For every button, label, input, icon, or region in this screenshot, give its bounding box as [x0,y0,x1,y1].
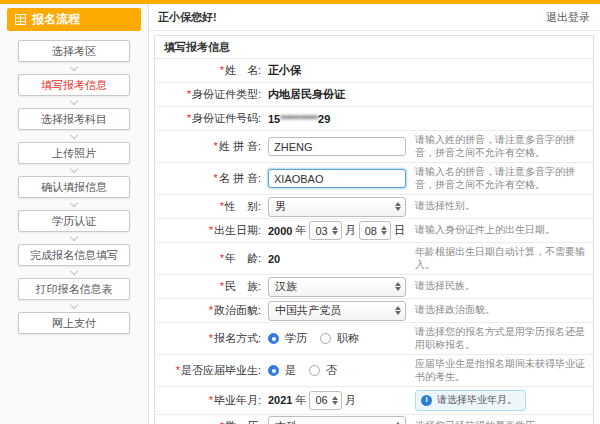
step-connector [71,300,77,312]
ethnicity-label: *民 族: [155,279,261,294]
year-unit: 年 [295,223,306,238]
form-row-name: *姓 名: 正小保 [155,59,593,83]
sidebar-item-education-verify[interactable]: 学历认证 [18,210,130,232]
stepper-arrows-icon [381,226,387,235]
sidebar: 报名流程 选择考区 填写报考信息 选择报考科目 上传照片 确认填报信息 学历认证… [0,4,149,424]
required-mark: * [220,252,224,264]
info-icon: i [421,395,432,406]
sidebar-item-complete-info[interactable]: 完成报名信息填写 [18,244,130,266]
form-row-given-pinyin: *名 拼 音: 请输入名的拼音，请注意多音字的拼音，拼音之间不允许有空格。 [155,163,593,195]
reg-method-radio-title[interactable] [320,333,331,344]
id-type-label: *身份证件类型: [155,87,261,102]
sidebar-item-confirm-info[interactable]: 确认填报信息 [18,176,130,198]
step-connector [71,96,77,108]
given-pinyin-label: *名 拼 音: [155,171,261,186]
required-mark: * [187,88,191,100]
birth-year-value: 2000 [268,225,292,237]
form-section-title: 填写报考信息 [155,36,593,59]
chevron-down-icon [70,96,78,104]
required-mark: * [209,224,213,236]
logout-link[interactable]: 退出登录 [546,10,590,25]
chevron-down-icon [70,232,78,240]
gender-select[interactable]: 男 [268,197,406,217]
form-row-surname-pinyin: *姓 拼 音: 请输入姓的拼音，请注意多音字的拼音，拼音之间不允许有空格。 [155,131,593,163]
id-number-label: *身份证件号码: [155,111,261,126]
step-list: 选择考区 填写报考信息 选择报考科目 上传照片 确认填报信息 学历认证 完成报名… [18,40,130,334]
sidebar-item-fill-info[interactable]: 填写报考信息 [18,74,130,96]
main-area: 正小保您好! 退出登录 填写报考信息 *姓 名: 正小保 *身份证件类型: 内地… [149,4,600,424]
form-row-id-type: *身份证件类型: 内地居民身份证 [155,83,593,107]
birth-month-stepper[interactable]: 03 [309,221,341,240]
page-layout: 报名流程 选择考区 填写报考信息 选择报考科目 上传照片 确认填报信息 学历认证… [0,4,600,424]
reg-method-radio-education[interactable] [268,333,279,344]
form-row-graduation-date: *毕业年月: 2021 年 06 月 i 请选择毕业年月。 [155,387,593,415]
required-mark: * [209,394,213,406]
select-arrows-icon [395,306,401,315]
id-number-prefix: 15 [268,113,280,125]
birth-date-hint: 请输入身份证件上的出生日期。 [413,222,593,239]
education-level-hint: 选择您已经获得的最高学历。 [413,418,593,424]
step-connector [71,232,77,244]
sidebar-item-print-form[interactable]: 打印报名信息表 [18,278,130,300]
id-type-hint [413,93,593,97]
id-number-suffix: 29 [318,113,330,125]
sidebar-title: 报名流程 [32,11,80,28]
political-status-select[interactable]: 中国共产党员 [268,301,406,321]
step-connector [71,198,77,210]
graduation-date-alert: i 请选择毕业年月。 [415,390,526,411]
reg-method-option-label: 学历 [285,331,307,346]
stepper-arrows-icon [332,226,338,235]
month-unit: 月 [345,223,356,238]
gender-hint: 请选择性别。 [413,198,593,215]
ethnicity-select[interactable]: 汉族 [268,277,406,297]
form-row-registration-method: *报名方式: 学历 职称 请选择您的报名方式是用学历报名还是用职称报名。 [155,323,593,355]
form-row-birth-date: *出生日期: 2000 年 03 月 08 日 请输入身份证件上的出生日期。 [155,219,593,243]
fresh-graduate-hint: 应届毕业生是指报名期间未获得毕业证书的考生。 [413,356,593,385]
topbar: 正小保您好! 退出登录 [149,4,600,31]
grad-year-value: 2021 [268,394,292,406]
fresh-grad-option-label: 否 [326,363,337,378]
form-row-political-status: *政治面貌: 中国共产党员 请选择政治面貌。 [155,299,593,323]
form-row-ethnicity: *民 族: 汉族 请选择民族。 [155,275,593,299]
required-mark: * [209,332,213,344]
gender-label: *性 别: [155,199,261,214]
reg-method-option-label: 职称 [337,331,359,346]
graduation-date-label: *毕业年月: [155,393,261,408]
step-connector [71,164,77,176]
sidebar-item-select-exam-area[interactable]: 选择考区 [18,40,130,62]
registration-form: 填写报考信息 *姓 名: 正小保 *身份证件类型: 内地居民身份证 *身份证件号… [154,35,594,424]
form-row-age: *年 龄: 20 年龄根据出生日期自动计算，不需要输入。 [155,243,593,275]
birth-day-stepper[interactable]: 08 [359,221,391,240]
sidebar-item-select-subjects[interactable]: 选择报考科目 [18,108,130,130]
given-pinyin-hint: 请输入名的拼音，请注意多音字的拼音，拼音之间不允许有空格。 [413,164,593,193]
sidebar-item-upload-photo[interactable]: 上传照片 [18,142,130,164]
surname-pinyin-label: *姓 拼 音: [155,139,261,154]
day-unit: 日 [394,223,405,238]
given-pinyin-input[interactable] [268,169,406,188]
fresh-grad-radio-no[interactable] [309,365,320,376]
graduation-date-hint: i 请选择毕业年月。 [413,388,593,413]
select-arrows-icon [395,282,401,291]
age-label: *年 龄: [155,251,261,266]
required-mark: * [214,172,218,184]
name-hint [413,69,593,73]
sidebar-item-online-payment[interactable]: 网上支付 [18,312,130,334]
age-value: 20 [268,253,280,265]
sidebar-header: 报名流程 [7,8,141,31]
form-row-id-number: *身份证件号码: 15**********29 [155,107,593,131]
stepper-arrows-icon [332,396,338,405]
surname-pinyin-input[interactable] [268,137,406,156]
ethnicity-hint: 请选择民族。 [413,278,593,295]
chevron-down-icon [70,266,78,274]
required-mark: * [220,64,224,76]
fresh-graduate-label: *是否应届毕业生: [155,363,261,378]
required-mark: * [214,140,218,152]
form-row-education-level: *学 历: 本科 选择您已经获得的最高学历。 [155,415,593,424]
birth-date-label: *出生日期: [155,223,261,238]
form-row-fresh-graduate: *是否应届毕业生: 是 否 应届毕业生是指报名期间未获得毕业证书的考生。 [155,355,593,387]
grad-month-stepper[interactable]: 06 [309,391,341,410]
required-mark: * [187,112,191,124]
required-mark: * [220,200,224,212]
fresh-grad-radio-yes[interactable] [268,365,279,376]
education-level-select[interactable]: 本科 [268,416,406,424]
